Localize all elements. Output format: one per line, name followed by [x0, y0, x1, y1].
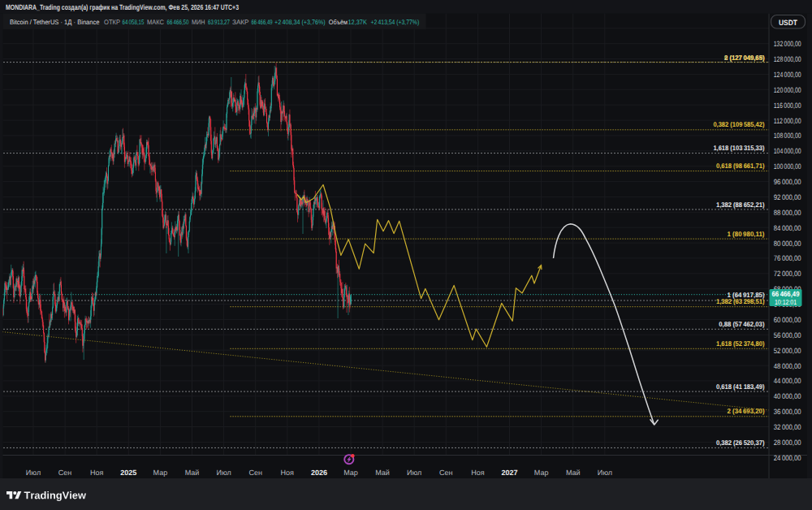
svg-text:1,382 (88 652,21): 1,382 (88 652,21)	[716, 201, 765, 209]
svg-text:МИН: МИН	[192, 19, 205, 26]
svg-text:ОТКР: ОТКР	[104, 19, 120, 26]
svg-text:Июл: Июл	[26, 469, 41, 477]
svg-text:Объём: Объём	[329, 19, 348, 26]
svg-text:76 000,00: 76 000,00	[774, 254, 801, 262]
svg-text:Май: Май	[375, 469, 390, 477]
svg-text:66 466,49: 66 466,49	[252, 19, 273, 26]
svg-text:Мар: Мар	[343, 469, 358, 477]
svg-text:0,382 (109 585,42): 0,382 (109 585,42)	[713, 120, 764, 128]
svg-text:0,88 (57 462,03): 0,88 (57 462,03)	[719, 320, 764, 328]
svg-text:66 466,49: 66 466,49	[772, 290, 800, 298]
svg-text:2026: 2026	[311, 469, 327, 477]
svg-text:0,382 (26 520,37): 0,382 (26 520,37)	[716, 439, 765, 447]
svg-text:2025: 2025	[120, 469, 136, 477]
svg-text:10:12:01: 10:12:01	[775, 298, 797, 306]
svg-text:1 (64 917,85): 1 (64 917,85)	[728, 291, 765, 299]
svg-text:44 000,00: 44 000,00	[774, 377, 801, 385]
svg-text:0,618 (98 661,71): 0,618 (98 661,71)	[716, 162, 765, 170]
svg-text:112 000,00: 112 000,00	[774, 117, 801, 125]
svg-text:Ноя: Ноя	[471, 469, 485, 477]
svg-text:Июл: Июл	[407, 469, 421, 477]
svg-text:Май: Май	[566, 469, 581, 477]
svg-text:116 000,00: 116 000,00	[774, 102, 801, 110]
svg-text:96 000,00: 96 000,00	[774, 178, 801, 186]
svg-text:56 000,00: 56 000,00	[774, 331, 801, 339]
svg-text:2027: 2027	[501, 469, 517, 477]
svg-text:28 000,00: 28 000,00	[774, 439, 801, 447]
svg-text:Май: Май	[185, 469, 200, 477]
svg-text:Июл: Июл	[216, 469, 231, 477]
svg-text:124 000,00: 124 000,00	[774, 71, 801, 79]
svg-text:12,37K: 12,37K	[348, 19, 368, 26]
svg-text:132 000,00: 132 000,00	[774, 40, 801, 48]
svg-text:МАКС: МАКС	[147, 19, 164, 26]
svg-text:Ноя: Ноя	[281, 469, 295, 477]
svg-text:128 000,00: 128 000,00	[774, 55, 801, 63]
svg-text:88 000,00: 88 000,00	[774, 209, 801, 217]
svg-text:32 000,00: 32 000,00	[774, 423, 801, 431]
svg-text:64 058,15: 64 058,15	[123, 19, 145, 26]
svg-text:66 466,50: 66 466,50	[167, 19, 189, 26]
svg-text:92 000,00: 92 000,00	[774, 193, 801, 201]
svg-text:1,618 (103 315,33): 1,618 (103 315,33)	[713, 144, 764, 152]
svg-text:52 000,00: 52 000,00	[774, 347, 801, 355]
svg-text:104 000,00: 104 000,00	[774, 147, 801, 155]
svg-text:Мар: Мар	[153, 469, 168, 477]
svg-text:MONDIARA_Trading создал(а) гра: MONDIARA_Trading создал(а) график на Tra…	[6, 3, 239, 11]
svg-text:36 000,00: 36 000,00	[774, 408, 801, 416]
svg-text:84 000,00: 84 000,00	[774, 224, 801, 232]
svg-text:2 (34 693,20): 2 (34 693,20)	[728, 407, 765, 415]
svg-text:80 000,00: 80 000,00	[774, 240, 801, 248]
svg-text:ЗАКР: ЗАКР	[232, 19, 249, 26]
svg-text:+2 408,34 (+3,76%): +2 408,34 (+3,76%)	[274, 19, 326, 26]
svg-text:Сен: Сен	[58, 469, 72, 477]
svg-text:+2 413,54 (+3,77%): +2 413,54 (+3,77%)	[370, 19, 419, 26]
svg-text:40 000,00: 40 000,00	[774, 392, 801, 400]
svg-text:Июл: Июл	[598, 469, 612, 477]
svg-text:Сен: Сен	[439, 469, 453, 477]
svg-text:48 000,00: 48 000,00	[774, 362, 801, 370]
svg-text:USDT: USDT	[779, 19, 797, 27]
svg-text:1 (80 980,11): 1 (80 980,11)	[728, 230, 765, 238]
svg-text:Мар: Мар	[534, 469, 549, 477]
svg-text:63 913,27: 63 913,27	[208, 19, 230, 26]
svg-text:0,618 (41 183,49): 0,618 (41 183,49)	[716, 382, 765, 391]
svg-text:Bitcoin / TetherUS · 1Д · Bina: Bitcoin / TetherUS · 1Д · Binance	[10, 19, 100, 26]
svg-text:Сен: Сен	[248, 469, 262, 477]
svg-text:1,618 (52 374,80): 1,618 (52 374,80)	[716, 339, 765, 348]
svg-text:120 000,00: 120 000,00	[774, 86, 801, 94]
svg-text:108 000,00: 108 000,00	[774, 132, 801, 140]
svg-text:100 000,00: 100 000,00	[774, 162, 801, 171]
svg-text:24 000,00: 24 000,00	[774, 454, 801, 462]
svg-text:72 000,00: 72 000,00	[774, 270, 801, 278]
svg-text:60 000,00: 60 000,00	[774, 316, 801, 324]
svg-text:0 (127 049,69): 0 (127 049,69)	[724, 54, 765, 62]
svg-text:Ноя: Ноя	[90, 469, 104, 477]
